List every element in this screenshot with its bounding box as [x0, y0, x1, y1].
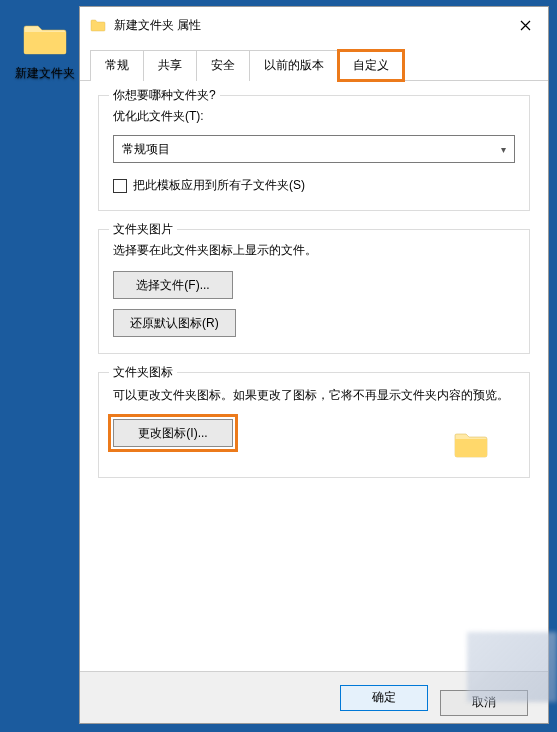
dialog-content: 你想要哪种文件夹? 优化此文件夹(T): 常规项目 ▾ 把此模板应用到所有子文件… — [80, 81, 548, 671]
apply-subfolders-row[interactable]: 把此模板应用到所有子文件夹(S) — [113, 177, 515, 194]
optimize-label: 优化此文件夹(T): — [113, 108, 515, 125]
folder-icon — [22, 20, 68, 56]
tab-row: 常规 共享 安全 以前的版本 自定义 — [80, 43, 548, 81]
apply-subfolders-checkbox[interactable] — [113, 179, 127, 193]
folder-icon-preview — [453, 429, 489, 459]
blurred-region — [467, 632, 557, 702]
group-folder-type-legend: 你想要哪种文件夹? — [109, 87, 220, 104]
tab-customize[interactable]: 自定义 — [338, 50, 404, 81]
group-folder-type: 你想要哪种文件夹? 优化此文件夹(T): 常规项目 ▾ 把此模板应用到所有子文件… — [98, 95, 530, 211]
choose-file-button[interactable]: 选择文件(F)... — [113, 271, 233, 299]
tab-general[interactable]: 常规 — [90, 50, 144, 81]
change-icon-button[interactable]: 更改图标(I)... — [113, 419, 233, 447]
titlebar: 新建文件夹 属性 — [80, 7, 548, 43]
restore-default-button[interactable]: 还原默认图标(R) — [113, 309, 236, 337]
tab-security[interactable]: 安全 — [196, 50, 250, 81]
group-folder-picture: 文件夹图片 选择要在此文件夹图标上显示的文件。 选择文件(F)... 还原默认图… — [98, 229, 530, 354]
close-icon — [520, 20, 531, 31]
optimize-select-value: 常规项目 — [122, 141, 170, 158]
folder-small-icon — [90, 17, 106, 33]
group-folder-icon: 文件夹图标 可以更改文件夹图标。如果更改了图标，它将不再显示文件夹内容的预览。 … — [98, 372, 530, 478]
close-button[interactable] — [502, 10, 548, 40]
apply-subfolders-label: 把此模板应用到所有子文件夹(S) — [133, 177, 305, 194]
ok-button[interactable]: 确定 — [340, 685, 428, 711]
tab-sharing[interactable]: 共享 — [143, 50, 197, 81]
desktop-folder[interactable]: 新建文件夹 — [10, 20, 80, 82]
dialog-title: 新建文件夹 属性 — [114, 17, 502, 34]
folder-picture-desc: 选择要在此文件夹图标上显示的文件。 — [113, 242, 515, 259]
desktop-folder-label: 新建文件夹 — [10, 65, 80, 82]
group-folder-picture-legend: 文件夹图片 — [109, 221, 177, 238]
chevron-down-icon: ▾ — [501, 144, 506, 155]
properties-dialog: 新建文件夹 属性 常规 共享 安全 以前的版本 自定义 你想要哪种文件夹? 优化… — [79, 6, 549, 724]
folder-icon-desc: 可以更改文件夹图标。如果更改了图标，它将不再显示文件夹内容的预览。 — [113, 385, 515, 405]
tab-previous-versions[interactable]: 以前的版本 — [249, 50, 339, 81]
optimize-select[interactable]: 常规项目 ▾ — [113, 135, 515, 163]
group-folder-icon-legend: 文件夹图标 — [109, 364, 177, 381]
